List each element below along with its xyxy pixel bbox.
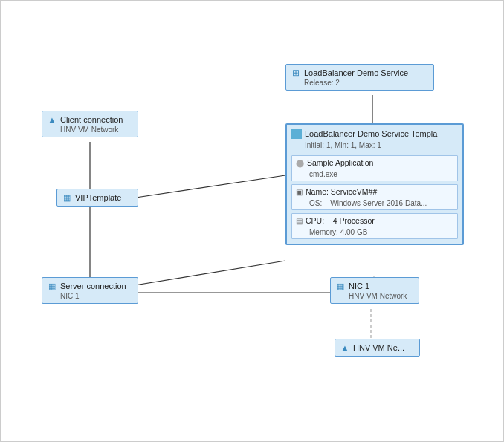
cpu-icon: ▤ bbox=[296, 217, 303, 225]
nic1-title: ▦ NIC 1 bbox=[335, 281, 414, 291]
vm-icon: ▣ bbox=[296, 188, 303, 196]
memory-sub: Memory: 4.00 GB bbox=[292, 227, 457, 238]
loadbalancer-template-node[interactable]: LoadBalancer Demo Service Templa Initial… bbox=[285, 123, 464, 245]
loadbalancer-template-sub: Initial: 1, Min: 1, Max: 1 bbox=[287, 141, 462, 152]
sample-app-title: Sample Application bbox=[307, 158, 373, 167]
loadbalancer-service-title: ⊞ LoadBalancer Demo Service bbox=[291, 68, 429, 78]
vip-template-icon: ▦ bbox=[62, 192, 72, 203]
server-connection-sub: NIC 1 bbox=[47, 292, 133, 300]
nic1-node[interactable]: ▦ NIC 1 HNV VM Network bbox=[330, 277, 419, 304]
loadbalancer-template-header: LoadBalancer Demo Service Templa bbox=[287, 125, 462, 141]
vm-name-row: ▣ Name: ServiceVM## bbox=[292, 185, 457, 198]
sample-app-sub: cmd.exe bbox=[292, 169, 457, 181]
diagram-canvas: ⊞ LoadBalancer Demo Service Release: 2 ▲… bbox=[0, 0, 504, 442]
client-connection-title: ▲ Client connection bbox=[47, 114, 133, 125]
hnv-vm-network-node[interactable]: ▲ HNV VM Ne... bbox=[335, 339, 420, 357]
cpu-section: ▤ CPU: 4 Processor Memory: 4.00 GB bbox=[291, 213, 458, 239]
vip-template-node[interactable]: ▦ VIPTemplate bbox=[56, 189, 138, 207]
client-connection-sub: HNV VM Network bbox=[47, 126, 133, 134]
loadbalancer-service-icon: ⊞ bbox=[291, 68, 301, 78]
svg-line-5 bbox=[126, 261, 285, 287]
hnv-vm-network-title: ▲ HNV VM Ne... bbox=[340, 342, 415, 353]
svg-line-3 bbox=[131, 175, 285, 198]
loadbalancer-service-node[interactable]: ⊞ LoadBalancer Demo Service Release: 2 bbox=[285, 64, 434, 91]
sample-app-icon: ⬤ bbox=[296, 159, 304, 167]
client-connection-node[interactable]: ▲ Client connection HNV VM Network bbox=[42, 111, 138, 137]
client-connection-icon: ▲ bbox=[47, 114, 57, 125]
vm-name-title: Name: ServiceVM## bbox=[306, 187, 377, 196]
vm-os-sub: OS: Windows Server 2016 Data... bbox=[292, 198, 457, 209]
cpu-row: ▤ CPU: 4 Processor bbox=[292, 214, 457, 227]
server-connection-node[interactable]: ▦ Server connection NIC 1 bbox=[42, 277, 138, 304]
vip-template-title: ▦ VIPTemplate bbox=[62, 192, 133, 203]
nic1-icon: ▦ bbox=[335, 281, 346, 291]
sample-app-row: ⬤ Sample Application bbox=[292, 156, 457, 169]
nic1-sub: HNV VM Network bbox=[335, 292, 414, 300]
loadbalancer-template-icon bbox=[291, 129, 302, 139]
sample-app-section: ⬤ Sample Application cmd.exe bbox=[291, 155, 458, 181]
vm-section: ▣ Name: ServiceVM## OS: Windows Server 2… bbox=[291, 184, 458, 210]
cpu-title: CPU: 4 Processor bbox=[306, 216, 375, 225]
server-connection-icon: ▦ bbox=[47, 281, 57, 291]
hnv-vm-network-icon: ▲ bbox=[340, 342, 350, 353]
loadbalancer-service-sub: Release: 2 bbox=[291, 79, 429, 87]
server-connection-title: ▦ Server connection bbox=[47, 281, 133, 291]
